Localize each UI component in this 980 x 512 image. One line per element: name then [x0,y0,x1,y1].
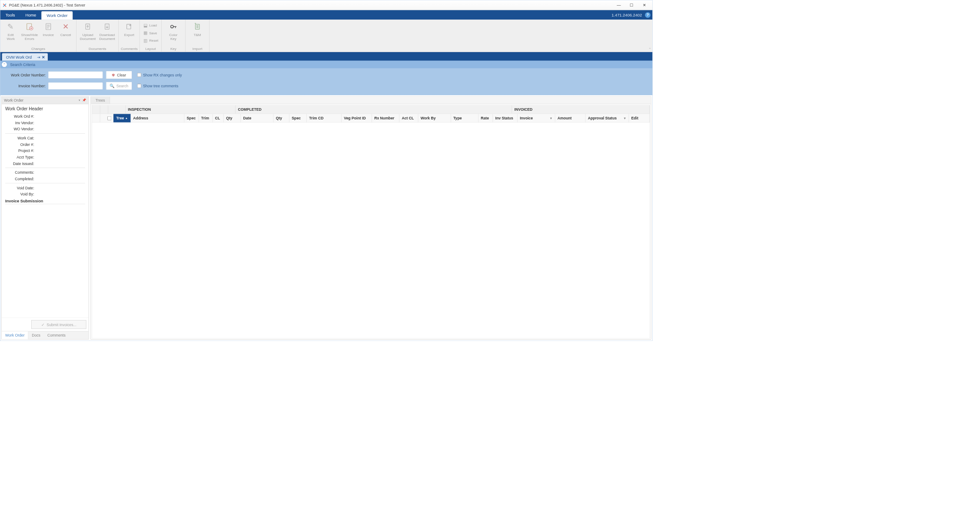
col-act-cl[interactable]: Act CL [399,114,418,122]
field-project: Project #: [5,149,34,153]
col-rx-number[interactable]: Rx Number [372,114,399,122]
ribbon-expand-icon[interactable]: ⌃ [648,47,651,51]
col-spec2[interactable]: Spec [289,114,307,122]
field-acct-type: Acct Type: [5,155,34,159]
menu-work-order[interactable]: Work Order [41,11,73,20]
grid-body [92,122,650,338]
left-pane-header: Work Order ▾ 📌 [2,96,89,104]
top-menu: Tools Home Work Order 1.471.2406.2402 ? [0,10,652,20]
ribbon: ✎ Edit Work Show/Hide Errors Invoice [0,20,652,52]
window-title: PG&E (Nexus 1.471.2406.2402) - Test Serv… [9,3,86,7]
layout-reset-button[interactable]: ▥ Reset [142,37,159,44]
section-completed: COMPLETED [236,105,512,113]
lp-tab-work-order[interactable]: Work Order [2,331,28,339]
col-amount[interactable]: Amount [555,114,585,122]
show-rx-checkbox-input[interactable] [137,73,141,77]
col-edit[interactable]: Edit [629,114,650,122]
invoice-submission-header: Invoice Submission [5,198,85,204]
filter-icon[interactable]: ▾ [79,98,80,102]
invoice-number-input[interactable] [48,82,103,89]
submit-invoices-button[interactable]: ✓ Submit Invoices... [31,320,86,329]
pin-icon[interactable]: ⇥ [37,55,40,59]
filter-icon[interactable]: ▼ [549,116,552,120]
col-invoice[interactable]: Invoice▼ [518,114,555,122]
sort-asc-icon: ▲ [125,117,128,120]
search-pane: ⌃ Search Criteria Work Order Number: ✾ C… [0,61,652,95]
errors-icon [25,22,35,32]
group-label-comments: Comments [120,46,138,51]
col-tree[interactable]: Tree▲ [113,114,131,122]
filter-icon[interactable]: ▼ [623,116,626,120]
doc-tab-label: OVM Work Ord [6,55,32,59]
group-label-changes: Changes [2,46,75,51]
doc-tab-ovm-work-ord[interactable]: OVM Work Ord ⇥ ✕ [2,53,48,61]
key-icon [168,22,178,32]
edit-work-button[interactable]: ✎ Edit Work [2,20,20,41]
layout-save-button[interactable]: ▦ Save [142,29,159,36]
pin-panel-icon[interactable]: 📌 [82,98,86,102]
field-inv-vendor: Inv Vendor: [5,120,34,125]
help-button[interactable]: ? [645,12,651,18]
invoice-button[interactable]: Invoice [40,20,57,36]
col-rate[interactable]: Rate [478,114,493,122]
grid-section-row: INSPECTION COMPLETED INVOICED [92,105,650,114]
lp-tab-comments[interactable]: Comments [44,331,69,339]
col-trim[interactable]: Trim [199,114,213,122]
menu-tools[interactable]: Tools [0,10,20,20]
col-type[interactable]: Type [451,114,478,122]
titlebar: PG&E (Nexus 1.471.2406.2402) - Test Serv… [0,0,652,10]
cancel-icon: ✕ [61,22,71,32]
col-qty[interactable]: Qty [224,114,241,122]
load-icon: ⬓ [143,23,148,28]
col-trim-cd[interactable]: Trim CD [307,114,342,122]
search-header: ⌃ Search Criteria [0,61,652,68]
layout-load-button[interactable]: ⬓ Load [142,22,159,29]
field-completed: Completed: [5,177,34,181]
export-button[interactable]: Export [120,20,138,36]
section-invoiced: INVOICED [512,105,650,113]
upload-document-button[interactable]: Upload Document [78,20,97,41]
pencil-icon: ✎ [6,22,16,32]
show-tree-comments-checkbox-input[interactable] [137,84,141,88]
menu-home[interactable]: Home [20,10,41,20]
cancel-button[interactable]: ✕ Cancel [57,20,74,36]
grid-tab-trees[interactable]: Trees [91,96,110,104]
show-hide-errors-button[interactable]: Show/Hide Errors [20,20,40,41]
search-button[interactable]: 🔍 Search [106,82,132,90]
close-button[interactable]: ✕ [638,1,651,9]
grid-header-row: Tree▲ Address Spec Trim CL Qty Date Qty … [92,114,650,122]
field-work-ord: Work Ord #: [5,114,34,119]
left-pane: Work Order ▾ 📌 Work Order Header Work Or… [1,96,89,340]
col-cl[interactable]: CL [213,114,224,122]
minimize-button[interactable]: — [612,1,625,9]
col-veg-point-id[interactable]: Veg Point ID [342,114,372,122]
work-order-number-label: Work Order Number: [3,73,48,77]
upload-icon [83,22,93,32]
tm-import-button[interactable]: T&M [187,20,208,36]
col-qty2[interactable]: Qty [273,114,289,122]
col-spec[interactable]: Spec [184,114,199,122]
show-tree-comments-checkbox[interactable]: Show tree comments [137,84,179,88]
version-label: 1.471.2406.2402 [611,10,645,20]
col-date[interactable]: Date [241,114,273,122]
col-address[interactable]: Address [131,114,184,122]
col-checkbox[interactable] [105,114,113,122]
work-order-number-input[interactable] [48,71,103,79]
color-key-button[interactable]: Color Key [163,20,183,41]
lp-tab-docs[interactable]: Docs [28,331,44,339]
col-approval-status[interactable]: Approval Status▼ [585,114,629,122]
collapse-search-button[interactable]: ⌃ [1,62,7,67]
col-inv-status[interactable]: Inv Status [493,114,518,122]
svg-point-6 [171,25,173,28]
group-label-key: Key [163,46,183,51]
tab-close-icon[interactable]: ✕ [42,55,45,59]
maximize-button[interactable]: ☐ [625,1,638,9]
group-label-documents: Documents [78,46,117,51]
search-header-label: Search Criteria [10,63,35,67]
right-pane: Trees INSPECTION COMPLETED INVOICED Tree… [90,96,651,340]
show-rx-checkbox[interactable]: Show RX changes only [137,73,182,77]
clear-button[interactable]: ✾ Clear [106,71,132,79]
col-work-by[interactable]: Work By [418,114,451,122]
download-document-button[interactable]: Download Document [97,20,116,41]
reset-icon: ▥ [143,38,148,43]
